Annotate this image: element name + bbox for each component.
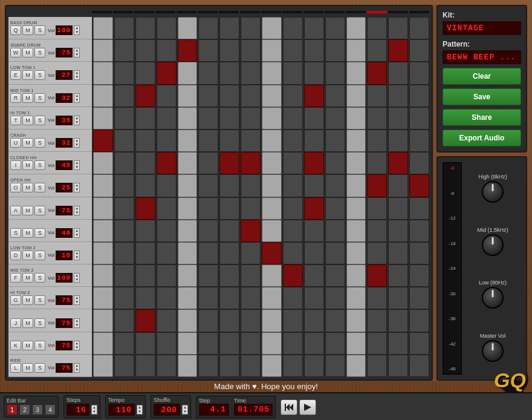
rewind-button[interactable]	[281, 399, 297, 415]
step-cell[interactable]	[388, 287, 408, 309]
step-cell[interactable]	[283, 130, 303, 152]
solo-button[interactable]: S	[34, 25, 45, 35]
step-cell[interactable]	[198, 197, 218, 220]
export-audio-button[interactable]: Export Audio	[443, 130, 521, 146]
step-cell[interactable]	[388, 17, 408, 39]
step-cell[interactable]	[241, 264, 261, 287]
step-cell[interactable]	[388, 220, 408, 242]
step-cell[interactable]	[283, 197, 303, 220]
step-cell[interactable]	[304, 355, 324, 377]
step-cell[interactable]	[198, 107, 218, 130]
step-cell[interactable]	[409, 309, 429, 332]
step-cell[interactable]	[346, 174, 366, 197]
step-cell[interactable]	[93, 107, 113, 130]
step-cell[interactable]	[241, 39, 261, 62]
vol-value[interactable]: 75	[56, 48, 73, 57]
step-cell[interactable]	[325, 107, 345, 130]
solo-button[interactable]: S	[34, 93, 45, 103]
step-cell[interactable]	[93, 130, 113, 152]
step-cell[interactable]	[346, 242, 366, 264]
mute-button[interactable]: M	[22, 25, 33, 35]
step-cell[interactable]	[388, 309, 408, 332]
step-cell[interactable]	[388, 174, 408, 197]
step-cell[interactable]	[304, 332, 324, 355]
step-cell[interactable]	[325, 17, 345, 39]
step-cell[interactable]	[135, 17, 155, 39]
step-cell[interactable]	[367, 220, 387, 242]
mute-button[interactable]: M	[22, 183, 33, 192]
step-cell[interactable]	[325, 287, 345, 309]
step-cell[interactable]	[346, 332, 366, 355]
step-cell[interactable]	[262, 242, 282, 264]
step-cell[interactable]	[388, 39, 408, 62]
vol-spinner[interactable]: ▲▼	[74, 48, 80, 57]
step-cell[interactable]	[219, 152, 239, 174]
step-cell[interactable]	[325, 39, 345, 62]
step-cell[interactable]	[346, 309, 366, 332]
mute-button[interactable]: M	[22, 116, 33, 125]
step-cell[interactable]	[157, 174, 177, 197]
vol-spinner[interactable]: ▲▼	[74, 25, 80, 35]
step-cell[interactable]	[157, 309, 177, 332]
step-cell[interactable]	[325, 220, 345, 242]
step-cell[interactable]	[93, 39, 113, 62]
step-cell[interactable]	[241, 107, 261, 130]
step-cell[interactable]	[388, 242, 408, 264]
step-cell[interactable]	[219, 197, 239, 220]
step-cell[interactable]	[178, 264, 198, 287]
step-cell[interactable]	[93, 152, 113, 174]
step-cell[interactable]	[262, 174, 282, 197]
step-cell[interactable]	[262, 309, 282, 332]
step-cell[interactable]	[219, 264, 239, 287]
step-cell[interactable]	[198, 17, 218, 39]
step-cell[interactable]	[388, 197, 408, 220]
shuffle-value[interactable]: 200	[154, 404, 180, 416]
step-cell[interactable]	[367, 62, 387, 84]
step-cell[interactable]	[388, 62, 408, 84]
step-cell[interactable]	[135, 39, 155, 62]
step-cell[interactable]	[367, 39, 387, 62]
mute-button[interactable]: M	[22, 48, 33, 57]
step-cell[interactable]	[283, 287, 303, 309]
step-cell[interactable]	[114, 355, 134, 377]
step-cell[interactable]	[346, 197, 366, 220]
step-cell[interactable]	[219, 85, 239, 107]
vol-value[interactable]: 32	[56, 93, 73, 103]
step-cell[interactable]	[198, 242, 218, 264]
step-cell[interactable]	[325, 264, 345, 287]
step-cell[interactable]	[304, 62, 324, 84]
track-key-button[interactable]: I	[10, 160, 21, 170]
step-cell[interactable]	[93, 220, 113, 242]
step-cell[interactable]	[346, 264, 366, 287]
step-cell[interactable]	[283, 332, 303, 355]
step-cell[interactable]	[198, 62, 218, 84]
step-cell[interactable]	[367, 85, 387, 107]
steps-spinner[interactable]: ▲▼	[91, 405, 97, 415]
step-cell[interactable]	[135, 62, 155, 84]
kit-value[interactable]: VINTAGE	[443, 21, 521, 35]
step-cell[interactable]	[114, 287, 134, 309]
mute-button[interactable]: M	[22, 318, 33, 328]
tempo-spinner[interactable]: ▲▼	[137, 405, 143, 415]
mute-button[interactable]: M	[22, 206, 33, 215]
step-cell[interactable]	[283, 39, 303, 62]
vol-spinner[interactable]: ▲▼	[74, 138, 80, 148]
step-cell[interactable]	[93, 17, 113, 39]
step-cell[interactable]	[178, 242, 198, 264]
step-cell[interactable]	[346, 39, 366, 62]
step-cell[interactable]	[178, 130, 198, 152]
step-cell[interactable]	[262, 287, 282, 309]
step-cell[interactable]	[219, 39, 239, 62]
mute-button[interactable]: M	[22, 363, 33, 373]
vol-value[interactable]: 75	[56, 295, 73, 305]
step-cell[interactable]	[409, 197, 429, 220]
step-cell[interactable]	[157, 242, 177, 264]
step-cell[interactable]	[409, 242, 429, 264]
step-cell[interactable]	[325, 242, 345, 264]
edit-bar-button-1[interactable]: 1	[7, 404, 18, 415]
vol-spinner[interactable]: ▲▼	[74, 363, 80, 373]
step-cell[interactable]	[409, 264, 429, 287]
vol-value[interactable]: 32	[56, 138, 73, 148]
step-cell[interactable]	[325, 174, 345, 197]
step-cell[interactable]	[325, 85, 345, 107]
